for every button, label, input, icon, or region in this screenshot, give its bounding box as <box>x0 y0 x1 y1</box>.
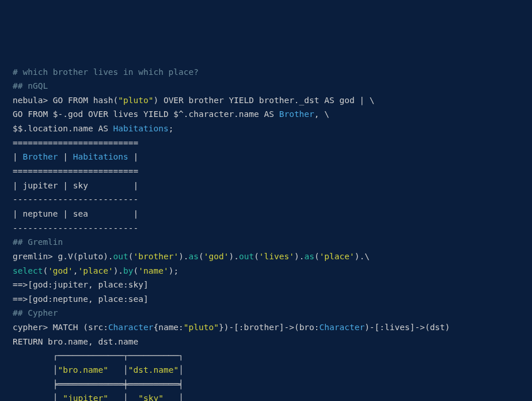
comment-gremlin: ## Gremlin <box>13 237 63 247</box>
comment-title: # which brother lives in which place? <box>13 67 199 77</box>
gremlin-result2: ==>[god:neptune, place:sea] <box>13 294 149 304</box>
ngql-table-top: ========================= <box>13 138 138 147</box>
ngql-row-sep: ------------------------- <box>13 195 138 204</box>
ngql-row1: | jupiter | sky | <box>13 181 138 190</box>
ngql-line1: nebula> GO FROM hash("pluto") OVER broth… <box>13 96 375 105</box>
cypher-table-header: │"bro.name" │"dst.name"│ <box>13 365 184 374</box>
cypher-table-top: ┌─────────────┬──────────┐ <box>13 351 184 360</box>
ngql-row-sep2: ------------------------- <box>13 224 138 233</box>
gremlin-result1: ==>[god:jupiter, place:sky] <box>13 280 149 289</box>
cypher-line1: cypher> MATCH (src:Character{name:"pluto… <box>13 323 450 332</box>
cypher-row1: │ "jupiter" │ "sky" │ <box>13 394 184 401</box>
ngql-table-header: | Brother | Habitations | <box>13 152 138 161</box>
cypher-table-mid: ╞═════════════╪══════════╡ <box>13 380 184 389</box>
ngql-line3: $$.location.name AS Habitations; <box>13 124 173 133</box>
comment-ngql: ## nGQL <box>13 81 48 90</box>
gremlin-line2: select('god','place').by('name'); <box>13 266 178 275</box>
cypher-line2: RETURN bro.name, dst.name <box>13 337 138 346</box>
ngql-row2: | neptune | sea | <box>13 209 138 218</box>
ngql-table-sep: ========================= <box>13 167 138 176</box>
gremlin-line1: gremlin> g.V(pluto).out('brother').as('g… <box>13 252 370 261</box>
comment-cypher: ## Cypher <box>13 308 58 317</box>
ngql-line2: GO FROM $-.god OVER lives YIELD $^.chara… <box>13 109 329 119</box>
